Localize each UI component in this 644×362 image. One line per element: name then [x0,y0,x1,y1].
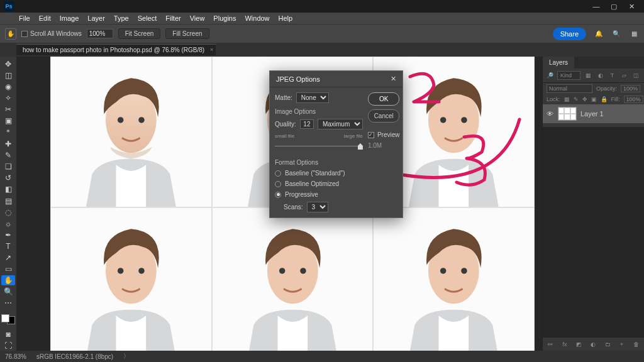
wand-tool-icon[interactable]: ✧ [1,93,15,103]
hand-tool-icon[interactable]: ✋ [1,275,15,285]
blend-mode-dropdown[interactable]: Normal [547,84,592,93]
color-swatches[interactable] [1,314,15,324]
foreground-color-swatch[interactable] [1,314,9,322]
document-tab[interactable]: how to make passport photo in Photoshop.… [16,44,216,55]
zoom-input[interactable]: 100% [87,29,113,38]
filter-smart-icon[interactable]: ◫ [632,72,640,79]
search-icon[interactable]: 🔍 [611,29,621,39]
scans-dropdown[interactable]: 3 [307,202,328,212]
status-profile[interactable]: sRGB IEC61966-2.1 (8bpc) [36,353,113,360]
stamp-tool-icon[interactable]: ❏ [1,162,15,172]
filter-type-icon[interactable]: T [608,72,616,79]
dialog-close-icon[interactable]: ✕ [391,75,396,83]
scroll-all-checkbox[interactable]: Scroll All Windows [21,30,82,37]
menu-select[interactable]: Select [138,14,157,22]
panel-filler [543,127,644,337]
layer-thumbnail [558,107,577,121]
app-icon: Ps [4,1,14,11]
lock-transparency-icon[interactable]: ▦ [564,96,570,102]
delete-layer-icon[interactable]: 🗑 [632,341,640,348]
zoom-tool-icon[interactable]: 🔍 [1,287,15,297]
menu-image[interactable]: Image [60,14,79,22]
radio-baseline-optimized[interactable]: Baseline Optimized [275,180,363,187]
brush-tool-icon[interactable]: ✎ [1,150,15,160]
tool-preview-icon[interactable]: ✋ [5,28,16,40]
edit-toolbar-icon[interactable]: ⋯ [1,298,15,308]
adjustment-layer-icon[interactable]: ◐ [589,341,597,348]
dodge-tool-icon[interactable]: ☼ [1,219,15,229]
status-zoom[interactable]: 76.83% [5,353,26,360]
screenmode-icon[interactable]: ⛶ [1,341,15,351]
quality-slider[interactable] [275,143,363,150]
lock-position-icon[interactable]: ✥ [582,96,587,102]
filter-pixel-icon[interactable]: ▦ [584,72,592,79]
filter-kind-icon[interactable]: 🔎 [547,72,553,79]
layer-fx-icon[interactable]: fx [561,341,569,348]
quality-preset-dropdown[interactable]: Maximum [318,119,363,129]
filter-adjust-icon[interactable]: ◐ [596,72,604,79]
lock-pixels-icon[interactable]: ✎ [574,96,579,102]
fill-screen-button[interactable]: Fill Screen [165,28,209,39]
matte-label: Matte: [275,94,292,101]
crop-tool-icon[interactable]: ✂ [1,104,15,114]
quickmask-icon[interactable]: ◙ [1,329,15,339]
notifications-icon[interactable]: 🔔 [594,29,604,39]
dialog-titlebar[interactable]: JPEG Options ✕ [270,71,402,87]
window-minimize-icon[interactable]: — [587,3,605,10]
marquee-tool-icon[interactable]: ◫ [1,70,15,80]
radio-baseline-standard[interactable]: Baseline ("Standard") [275,170,363,177]
fill-value[interactable]: 100% [624,96,643,103]
layer-filter-kind[interactable]: Kind [557,71,580,80]
eyedropper-tool-icon[interactable]: ＊ [1,127,15,138]
layer-mask-icon[interactable]: ◩ [575,341,583,348]
new-layer-icon[interactable]: ＋ [618,340,626,348]
menu-plugins[interactable]: Plugins [213,14,236,22]
photo-cell [50,207,212,351]
fit-screen-button[interactable]: Fit Screen [118,28,161,39]
gradient-tool-icon[interactable]: ▤ [1,196,15,206]
share-button[interactable]: Share [553,28,586,40]
window-close-icon[interactable]: ✕ [623,3,640,11]
history-tool-icon[interactable]: ↺ [1,173,15,183]
svg-point-2 [138,117,145,123]
workspace-icon[interactable]: ▦ [629,29,639,39]
menu-file[interactable]: File [19,14,30,22]
cancel-button[interactable]: Cancel [368,109,400,123]
visibility-icon[interactable]: 👁 [547,110,554,118]
lasso-tool-icon[interactable]: ◉ [1,82,15,92]
preview-checkbox[interactable]: ✓ Preview [368,131,400,138]
radio-progressive[interactable]: Progressive [275,191,363,198]
blur-tool-icon[interactable]: ◌ [1,207,15,217]
path-tool-icon[interactable]: ↗ [1,253,15,263]
matte-dropdown[interactable]: None [296,92,329,103]
window-restore-icon[interactable]: ▢ [605,3,623,11]
heal-tool-icon[interactable]: ✚ [1,139,15,149]
menu-edit[interactable]: Edit [39,14,51,22]
type-tool-icon[interactable]: T [1,241,15,251]
pen-tool-icon[interactable]: ✒ [1,230,15,240]
group-icon[interactable]: 🗀 [604,341,612,348]
quality-input[interactable] [300,119,314,129]
menu-window[interactable]: Window [245,14,269,22]
slider-knob-icon[interactable] [358,143,363,150]
chevron-right-icon[interactable]: 〉 [123,352,130,361]
lock-all-icon[interactable]: 🔒 [601,96,608,102]
menu-help[interactable]: Help [279,14,293,22]
layer-name[interactable]: Layer 1 [580,110,604,118]
eraser-tool-icon[interactable]: ◧ [1,184,15,194]
frame-tool-icon[interactable]: ▣ [1,116,15,126]
close-tab-icon[interactable]: × [210,47,213,53]
move-tool-icon[interactable]: ✥ [1,59,15,69]
lock-artboard-icon[interactable]: ▣ [591,96,597,102]
menu-type[interactable]: Type [114,14,129,22]
layer-item[interactable]: 👁 Layer 1 [543,104,644,123]
menu-filter[interactable]: Filter [165,14,180,22]
opacity-value[interactable]: 100% [621,85,640,92]
layers-tab[interactable]: Layers [543,57,574,69]
shape-tool-icon[interactable]: ▭ [1,264,15,274]
menu-view[interactable]: View [190,14,205,22]
filter-shape-icon[interactable]: ▱ [620,72,628,79]
ok-button[interactable]: OK [368,92,400,106]
link-layers-icon[interactable]: ⚯ [547,341,555,348]
menu-layer[interactable]: Layer [87,14,105,22]
